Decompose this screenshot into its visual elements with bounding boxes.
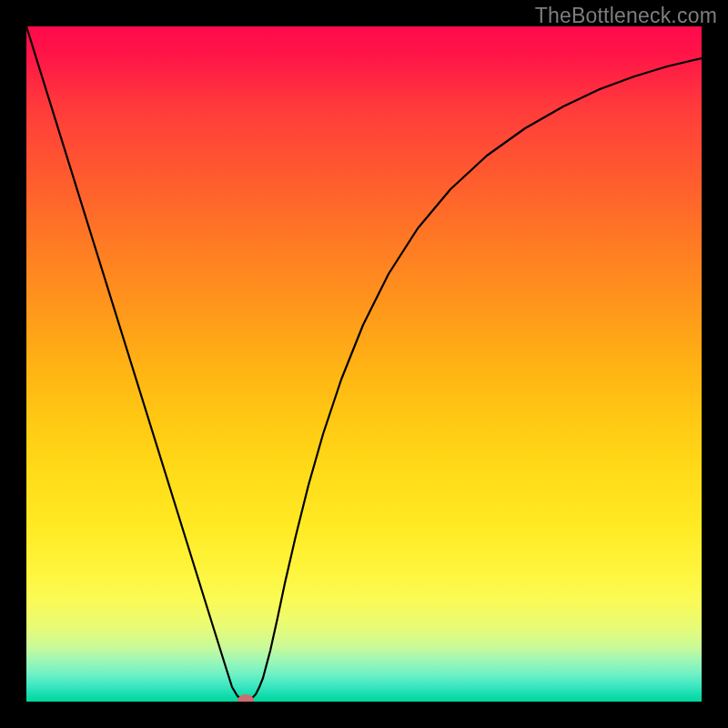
chart-minimum-marker (238, 694, 254, 702)
bottleneck-curve-path (26, 26, 702, 700)
chart-plot-area (26, 26, 702, 702)
chart-curve-svg (26, 26, 702, 702)
watermark-text: TheBottleneck.com (535, 4, 717, 28)
